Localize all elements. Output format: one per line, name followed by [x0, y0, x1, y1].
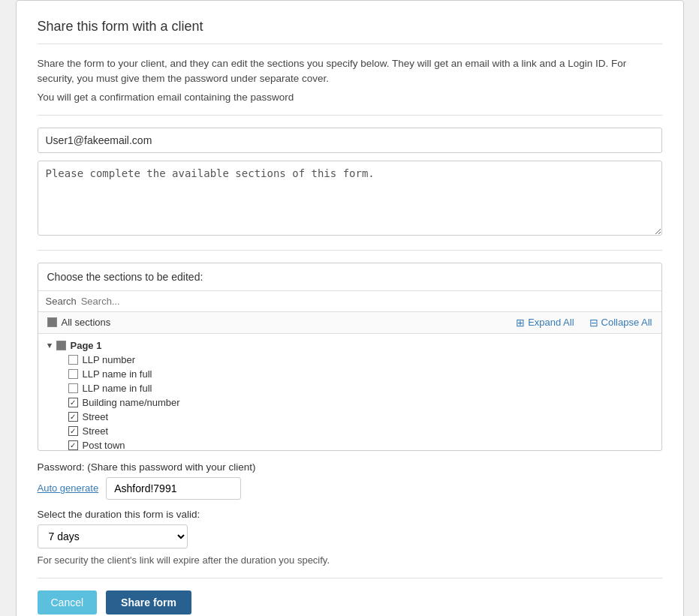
duration-label: Select the duration this form is valid: — [38, 509, 662, 520]
divider-2 — [38, 250, 662, 251]
all-sections-text: All sections — [62, 317, 111, 328]
list-item[interactable]: Street — [38, 410, 661, 424]
sections-list[interactable]: ▾ Page 1 LLP number LLP name in full — [38, 334, 661, 450]
sections-header: Choose the sections to be edited: — [38, 263, 661, 291]
duration-select[interactable]: 1 day 3 days 7 days 14 days 30 days — [38, 524, 188, 548]
dialog-title: Share this form with a client — [38, 19, 662, 44]
item-checkbox[interactable] — [68, 355, 78, 365]
auto-generate-button[interactable]: Auto generate — [38, 482, 99, 494]
expand-all-label: Expand All — [528, 317, 574, 328]
list-item[interactable]: Post town — [38, 438, 661, 450]
list-item[interactable]: Street — [38, 424, 661, 438]
password-row: Auto generate — [38, 477, 662, 500]
minus-icon: ⊟ — [589, 317, 598, 329]
item-label: Building name/number — [83, 397, 180, 408]
item-label: Post town — [83, 440, 125, 450]
item-checkbox[interactable] — [68, 398, 78, 407]
description1: Share the form to your client, and they … — [38, 56, 662, 87]
share-form-dialog: Share this form with a client Share the … — [16, 0, 684, 616]
sections-list-container: ▾ Page 1 LLP number LLP name in full — [38, 334, 661, 450]
item-checkbox[interactable] — [68, 369, 78, 379]
item-checkbox[interactable] — [68, 383, 78, 393]
list-item[interactable]: LLP number — [38, 353, 661, 367]
item-checkbox[interactable] — [68, 440, 78, 450]
action-row: Cancel Share form — [38, 590, 662, 614]
divider-1 — [38, 115, 662, 116]
item-label: LLP name in full — [83, 368, 152, 380]
email-input[interactable] — [38, 128, 662, 153]
password-input[interactable] — [106, 477, 241, 500]
expand-all-button[interactable]: ⊞ Expand All — [516, 317, 574, 329]
page1-checkbox[interactable] — [56, 341, 66, 350]
description2: You will get a confirmation email contai… — [38, 92, 662, 103]
list-item[interactable]: Building name/number — [38, 395, 661, 410]
all-sections-checkbox[interactable] — [47, 317, 57, 327]
collapse-all-label: Collapse All — [601, 317, 652, 328]
item-label: Street — [83, 425, 109, 437]
item-label: Street — [83, 411, 109, 422]
password-label: Password: (Share this password with your… — [38, 461, 662, 473]
item-label: LLP name in full — [83, 383, 152, 394]
bottom-divider — [38, 578, 662, 578]
share-form-button[interactable]: Share form — [106, 590, 191, 614]
chevron-down-icon: ▾ — [47, 341, 52, 350]
search-row: Search — [38, 291, 661, 312]
item-checkbox[interactable] — [68, 412, 78, 422]
sections-toolbar: All sections ⊞ Expand All ⊟ Collapse All — [38, 312, 661, 334]
message-textarea[interactable] — [38, 161, 662, 236]
search-label: Search — [46, 296, 77, 307]
plus-icon: ⊞ — [516, 317, 525, 329]
list-item[interactable]: LLP name in full — [38, 381, 661, 395]
all-sections-label: All sections — [47, 317, 517, 328]
security-note: For security the client's link will expi… — [38, 554, 662, 566]
item-checkbox[interactable] — [68, 426, 78, 436]
collapse-all-button[interactable]: ⊟ Collapse All — [589, 317, 652, 329]
list-item[interactable]: LLP name in full — [38, 367, 661, 381]
sections-search-input[interactable] — [81, 296, 654, 307]
list-item[interactable]: ▾ Page 1 — [38, 338, 661, 353]
item-label: LLP number — [83, 354, 136, 365]
sections-box: Choose the sections to be edited: Search… — [38, 263, 662, 451]
cancel-button[interactable]: Cancel — [38, 590, 98, 614]
expand-collapse-buttons: ⊞ Expand All ⊟ Collapse All — [516, 317, 652, 329]
page1-label: Page 1 — [71, 340, 102, 351]
